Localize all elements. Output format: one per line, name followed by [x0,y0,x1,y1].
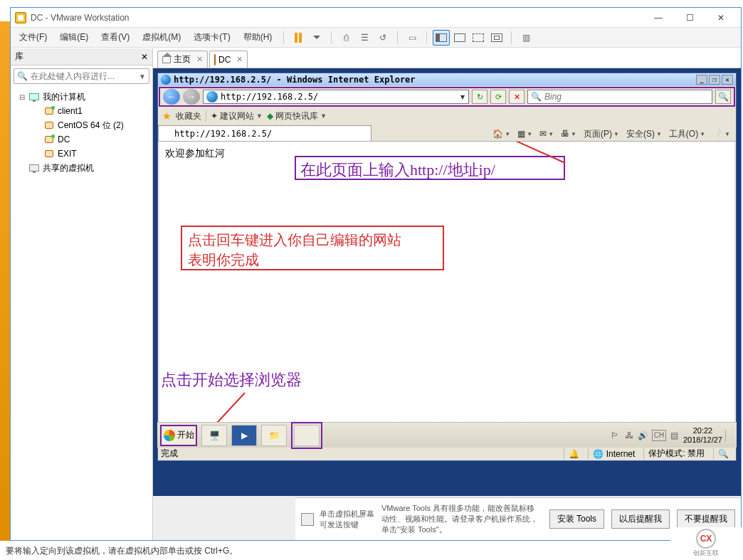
tree-vm-dc[interactable]: DC [12,132,151,147]
view-unity-button[interactable] [451,30,468,46]
tab-bar: 主页 ✕ DC ✕ [153,48,741,68]
menu-file[interactable]: 文件(F) [14,28,53,46]
revert-button[interactable]: ↺ [374,30,391,46]
annotation-2: 点击回车键进入你自己编辑的网站 表明你完成 [181,226,444,270]
search-input[interactable] [544,92,712,102]
forward-button[interactable]: → [183,89,200,105]
tray-lang[interactable]: CH [652,430,666,441]
tools-menu[interactable]: 工具(O)▼ [666,127,708,141]
ie-page-tab[interactable]: http://192.168.2.5/ [158,125,372,141]
snapshot-manager-button[interactable]: ☰ [356,30,373,46]
tab-dc-close[interactable]: ✕ [236,55,243,64]
pause-button[interactable] [290,30,307,46]
windows-logo-icon [164,430,175,441]
view-fullscreen-button[interactable] [470,30,487,46]
status-zone[interactable]: 🌐 Internet [588,448,640,460]
status-done: 完成 [161,448,178,460]
library-close-button[interactable]: ✕ [141,52,148,62]
tray-flag-icon[interactable]: 🏳 [609,430,621,441]
task-ie-icon[interactable] [294,425,320,446]
window-title: DC - VMware Workstation [31,13,643,23]
watermark: CX 创新互联 [670,527,742,559]
menu-edit[interactable]: 编辑(E) [54,28,94,46]
tab-home[interactable]: 主页 ✕ [157,51,208,68]
search-box[interactable]: 🔍 [527,90,712,104]
task-server-icon[interactable]: 🖥️ [201,425,227,446]
search-dropdown-icon[interactable]: ▼ [139,73,146,80]
ie-statusbar: 完成 🔔 🌐 Internet 保护模式: 禁用 🔍 [158,446,736,460]
address-dropdown[interactable]: ▾ [457,92,468,102]
annotation-1: 在此页面上输入http://地址ip/ [295,156,565,180]
ie-window: http://192.168.2.5/ - Windows Internet E… [157,73,737,461]
minimize-button[interactable]: — [643,9,674,27]
remind-later-button[interactable]: 以后提醒我 [611,509,670,529]
back-button[interactable]: ← [163,89,180,105]
home-tb-icon[interactable]: 🏠▼ [490,127,513,141]
start-button[interactable]: 开始 [160,425,197,446]
task-powershell-icon[interactable]: ▶ [231,425,257,446]
windows-taskbar: 开始 🖥️ ▶ 📁 🏳 🖧 🔊 CH ▤ 20:22 2018/12/27 [157,422,737,448]
tray-clock[interactable]: 20:22 2018/12/27 [683,426,722,443]
suggested-sites-link[interactable]: ✦ 建议网站 ▼ [211,110,263,122]
search-icon: 🔍 [17,71,28,81]
dropdown-icon[interactable] [308,30,325,46]
tree-vm-client1[interactable]: client1 [12,104,151,118]
page-menu[interactable]: 页面(P)▼ [581,127,622,141]
print-tb-icon[interactable]: 🖶▼ [558,127,579,141]
ie-maximize[interactable]: ❐ [709,75,720,85]
go-button[interactable]: ↻ [472,90,488,104]
stop-button[interactable]: ✕ [509,90,525,104]
fit-button[interactable]: ▭ [404,30,421,46]
vm-console[interactable]: http://192.168.2.5/ - Windows Internet E… [153,68,741,496]
tree-vm-exit[interactable]: EXIT [12,147,151,161]
home-icon [162,56,171,63]
library-search-input[interactable] [31,71,139,81]
search-button[interactable]: 🔍 [715,90,731,104]
never-remind-button[interactable]: 不要提醒我 [677,509,735,529]
safety-menu[interactable]: 安全(S)▼ [623,127,665,141]
view-stretch-button[interactable] [488,30,505,46]
favorites-label[interactable]: 收藏夹 [176,110,201,122]
mail-tb-icon[interactable]: ✉▼ [537,127,557,141]
status-popup-icon[interactable]: 🔔 [564,448,584,460]
refresh-button[interactable]: ⟳ [490,90,506,104]
show-desktop-button[interactable] [725,430,731,441]
vmware-status-text: 要将输入定向到该虚拟机，请在虚拟机内部单击或按 Ctrl+G。 [6,545,238,557]
tree-my-computer[interactable]: ⊟ 我的计算机 [12,90,151,104]
tree-vm-centos[interactable]: CentOS 64 位 (2) [12,118,151,132]
snapshot-button[interactable]: ⎙ [337,30,354,46]
favorites-star-icon[interactable]: ★ [162,110,172,122]
webslice-link[interactable]: ◆ 网页快讯库 ▼ [267,110,327,122]
tray-icon[interactable]: ▤ [669,430,680,441]
menu-tabs[interactable]: 选项卡(T) [188,28,236,46]
ie-close[interactable]: ✕ [722,75,733,85]
zoom-control[interactable]: 🔍 [713,448,733,460]
ie-title-text: http://192.168.2.5/ - Windows Internet E… [174,75,416,85]
globe-icon: 🌐 [593,449,604,459]
ie-icon [161,75,171,85]
feeds-tb-icon[interactable]: ▦▼ [515,127,535,141]
maximize-button[interactable]: ☐ [674,9,705,27]
menu-help[interactable]: 帮助(H) [238,28,278,46]
menu-view[interactable]: 查看(V) [95,28,135,46]
address-bar[interactable]: ▾ [203,90,469,104]
titlebar[interactable]: DC - VMware Workstation — ☐ ✕ [11,8,741,28]
view-console-button[interactable] [433,30,450,46]
menu-vm[interactable]: 虚拟机(M) [137,28,186,46]
task-explorer-icon[interactable]: 📁 [261,425,287,446]
tab-dc[interactable]: DC ✕ [209,51,248,68]
tray-network-icon[interactable]: 🖧 [623,430,635,441]
address-input[interactable] [221,92,457,102]
main-area: 主页 ✕ DC ✕ http://192.168.2.5/ - Windows … [153,48,741,540]
help-tb-icon[interactable]: ❔▼ [710,127,733,141]
library-toggle-button[interactable]: ▥ [517,30,534,46]
library-search[interactable]: 🔍 ▼ [14,68,149,84]
tab-home-close[interactable]: ✕ [196,55,203,64]
close-button[interactable]: ✕ [705,9,737,27]
tree-shared-vms[interactable]: 共享的虚拟机 [12,161,151,175]
tray-sound-icon[interactable]: 🔊 [638,430,649,441]
ie-minimize[interactable]: _ [696,75,707,85]
ie-tab-row: http://192.168.2.5/ 🏠▼ ▦▼ ✉▼ 🖶▼ 页面(P)▼ 安… [158,125,736,142]
ie-titlebar[interactable]: http://192.168.2.5/ - Windows Internet E… [158,73,736,86]
install-tools-button[interactable]: 安装 Tools [549,509,604,529]
